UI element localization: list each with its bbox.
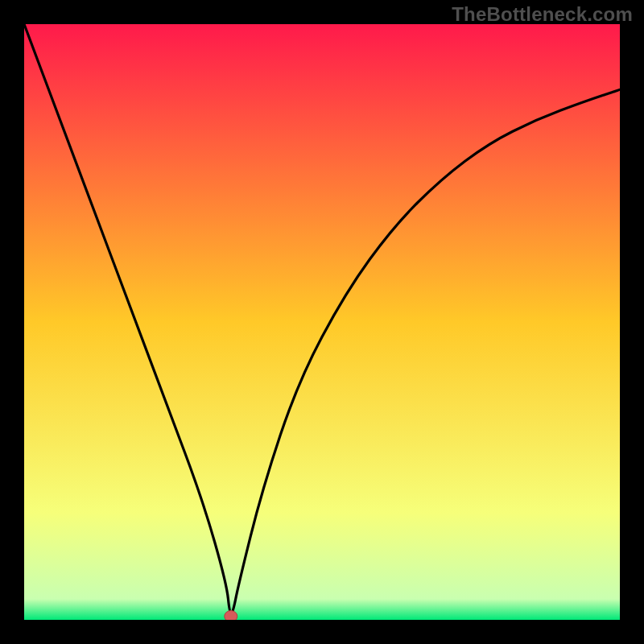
plot-area (24, 24, 620, 620)
chart-frame: TheBottleneck.com (0, 0, 644, 644)
watermark-text: TheBottleneck.com (452, 3, 633, 26)
optimum-marker (225, 611, 237, 620)
bottleneck-chart (24, 24, 620, 620)
svg-rect-0 (24, 24, 620, 620)
